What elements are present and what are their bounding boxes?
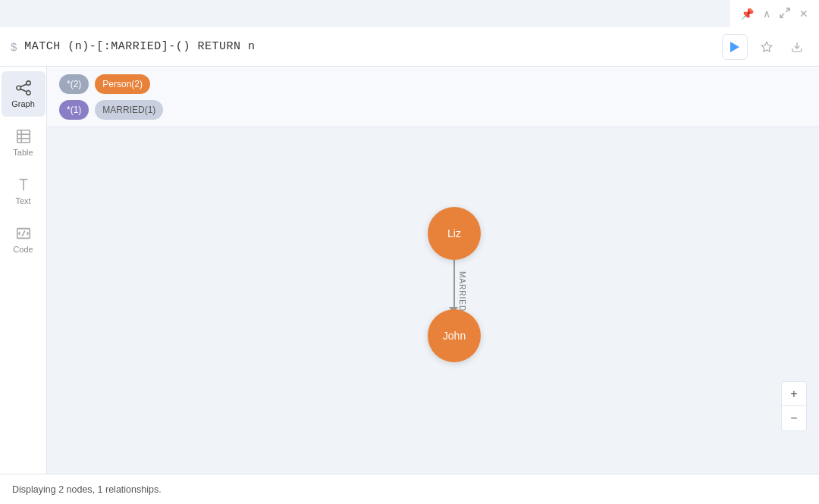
svg-point-7 (26, 91, 30, 95)
favorite-button[interactable] (755, 36, 778, 58)
svg-rect-10 (17, 130, 30, 143)
graph-canvas: MARRIED Liz John (47, 127, 819, 474)
sidebar-item-text[interactable]: Text (2, 168, 46, 214)
svg-marker-3 (761, 42, 771, 52)
svg-marker-2 (730, 42, 739, 52)
run-button[interactable] (722, 34, 748, 60)
collapse-icon[interactable]: ∧ (763, 8, 770, 20)
status-bar: Displaying 2 nodes, 1 relationships. (0, 474, 819, 504)
node-john[interactable]: John (428, 309, 481, 362)
svg-point-5 (16, 86, 20, 90)
node-john-label: John (443, 330, 466, 342)
sidebar-item-graph[interactable]: Graph (2, 71, 46, 117)
relationship-line (453, 260, 455, 309)
person-nodes-badge[interactable]: Person(2) (95, 74, 150, 94)
sidebar-item-table[interactable]: Table (2, 120, 46, 165)
node-liz-label: Liz (447, 227, 461, 239)
zoom-controls: + − (781, 381, 807, 431)
nodes-filter-row: *(2) Person(2) (59, 74, 807, 94)
all-rels-badge[interactable]: *(1) (59, 100, 89, 120)
dollar-sign: $ (11, 40, 17, 53)
title-bar: 📌 ∧ ✕ (730, 0, 819, 27)
svg-line-8 (20, 84, 26, 87)
relationship-label: MARRIED (458, 271, 466, 311)
filter-bar: *(2) Person(2) *(1) MARRIED(1) (47, 67, 819, 127)
status-text: Displaying 2 nodes, 1 relationships. (12, 484, 162, 495)
query-bar: $ MATCH (n)-[:MARRIED]-() RETURN n (0, 27, 819, 67)
sidebar-item-code[interactable]: Code (2, 217, 46, 262)
download-button[interactable] (786, 36, 808, 58)
sidebar: Graph Table Text Code (0, 67, 47, 474)
svg-line-20 (27, 233, 28, 235)
zoom-in-button[interactable]: + (782, 382, 806, 406)
rels-filter-row: *(1) MARRIED(1) (59, 100, 807, 120)
svg-line-18 (18, 233, 20, 235)
all-nodes-badge[interactable]: *(2) (59, 74, 89, 94)
svg-line-21 (22, 230, 25, 236)
query-text: MATCH (n)-[:MARRIED]-() RETURN n (24, 40, 714, 53)
close-icon[interactable]: ✕ (799, 8, 808, 20)
svg-point-6 (26, 81, 30, 86)
sidebar-item-graph-label: Graph (11, 99, 35, 108)
zoom-out-button[interactable]: − (782, 406, 806, 430)
married-rels-badge[interactable]: MARRIED(1) (95, 100, 163, 120)
node-liz[interactable]: Liz (428, 207, 481, 260)
sidebar-item-text-label: Text (15, 196, 30, 205)
sidebar-item-code-label: Code (13, 245, 33, 254)
pin-icon[interactable]: 📌 (741, 8, 754, 20)
svg-line-9 (20, 89, 26, 92)
expand-icon[interactable] (780, 8, 790, 20)
graph-area: MARRIED Liz John + − (47, 127, 819, 474)
sidebar-item-table-label: Table (13, 148, 33, 157)
